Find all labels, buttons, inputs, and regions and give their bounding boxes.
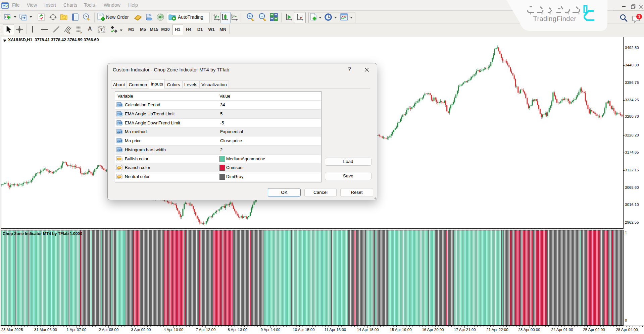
svg-text:F: F: [81, 31, 82, 34]
svg-text:T: T: [100, 27, 103, 32]
svg-text:E: E: [68, 31, 70, 34]
